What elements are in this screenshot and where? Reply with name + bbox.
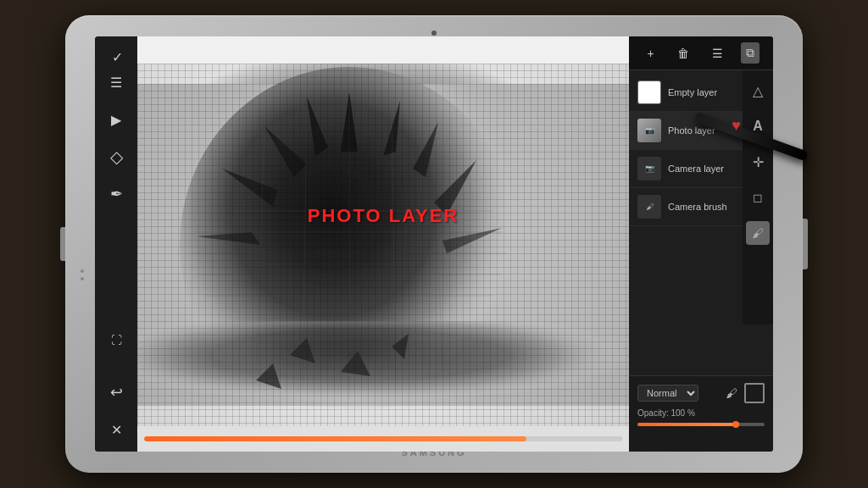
layer-options-button[interactable]: ☰ bbox=[707, 43, 728, 64]
add-layer-button[interactable]: + bbox=[643, 43, 659, 64]
blend-mode-row: Normal Multiply Screen 🖌 bbox=[637, 383, 765, 403]
grid-overlay bbox=[137, 64, 629, 426]
right-top-bar: + 🗑 ☰ ⧉ bbox=[629, 36, 773, 70]
eraser-tool-icon[interactable]: ◻ bbox=[746, 186, 770, 209]
front-camera bbox=[431, 30, 437, 36]
opacity-thumb bbox=[732, 421, 739, 428]
brush-active-icon[interactable]: 🖌 bbox=[746, 221, 770, 245]
opacity-slider-row bbox=[637, 423, 765, 426]
layer-thumb-camera: 📷 bbox=[637, 157, 661, 180]
confirm-button[interactable]: ✓ bbox=[102, 42, 132, 72]
layers-panel-button[interactable]: ⧉ bbox=[741, 42, 760, 64]
tablet: SAMSUNG ✓ ☰ ▶ ◇ ✒ ⛶ ↩ ✕ bbox=[65, 15, 803, 473]
right-bottom-controls: Normal Multiply Screen 🖌 Opacity: 100 % bbox=[629, 375, 773, 452]
app-screen: ✓ ☰ ▶ ◇ ✒ ⛶ ↩ ✕ bbox=[95, 36, 773, 452]
opacity-row: Opacity: 100 % bbox=[637, 408, 765, 418]
volume-button[interactable] bbox=[60, 227, 65, 261]
layer-thumb-empty bbox=[637, 80, 661, 104]
progress-bar-fill bbox=[144, 436, 526, 441]
move-tool-icon[interactable]: ✛ bbox=[746, 150, 770, 174]
shape-tool[interactable]: ◇ bbox=[101, 141, 131, 172]
layer-thumb-brush: 🖌 bbox=[637, 195, 661, 219]
canvas-image: PHOTO LAYER bbox=[137, 64, 629, 426]
canvas-top-bar bbox=[137, 36, 629, 64]
photo-layer-label: PHOTO LAYER bbox=[308, 205, 459, 227]
triangle-tool-icon[interactable]: △ bbox=[746, 79, 770, 103]
power-button[interactable] bbox=[803, 219, 808, 269]
close-button[interactable]: ✕ bbox=[101, 414, 131, 445]
heart-icon[interactable]: ♥ bbox=[732, 117, 741, 135]
canvas-bottom-bar bbox=[137, 426, 629, 452]
blend-mode-select[interactable]: Normal Multiply Screen bbox=[637, 385, 698, 402]
undo-button[interactable]: ↩ bbox=[101, 377, 131, 408]
blend-extra-icon[interactable]: 🖌 bbox=[726, 386, 737, 400]
speaker bbox=[81, 269, 84, 280]
fullscreen-button[interactable]: ⛶ bbox=[101, 324, 131, 355]
canvas-area: PHOTO LAYER bbox=[137, 36, 629, 452]
scene: SAMSUNG ✓ ☰ ▶ ◇ ✒ ⛶ ↩ ✕ bbox=[0, 0, 868, 488]
right-panel: + 🗑 ☰ ⧉ ♥ Empty layer 📷 bbox=[629, 36, 773, 452]
artwork: PHOTO LAYER bbox=[137, 64, 629, 426]
opacity-slider[interactable] bbox=[637, 423, 765, 426]
play-button[interactable]: ▶ bbox=[101, 104, 131, 135]
delete-layer-button[interactable]: 🗑 bbox=[672, 43, 694, 64]
opacity-label: Opacity: 100 % bbox=[637, 408, 695, 418]
layer-color-square[interactable] bbox=[744, 383, 765, 403]
right-side-toolbar: △ A ✛ ◻ 🖌 bbox=[743, 70, 773, 324]
layer-thumb-photo: 📷 bbox=[637, 119, 661, 142]
pen-tool[interactable]: ✒ bbox=[101, 179, 131, 209]
progress-bar-container bbox=[144, 436, 622, 441]
left-toolbar: ✓ ☰ ▶ ◇ ✒ ⛶ ↩ ✕ bbox=[95, 36, 137, 452]
